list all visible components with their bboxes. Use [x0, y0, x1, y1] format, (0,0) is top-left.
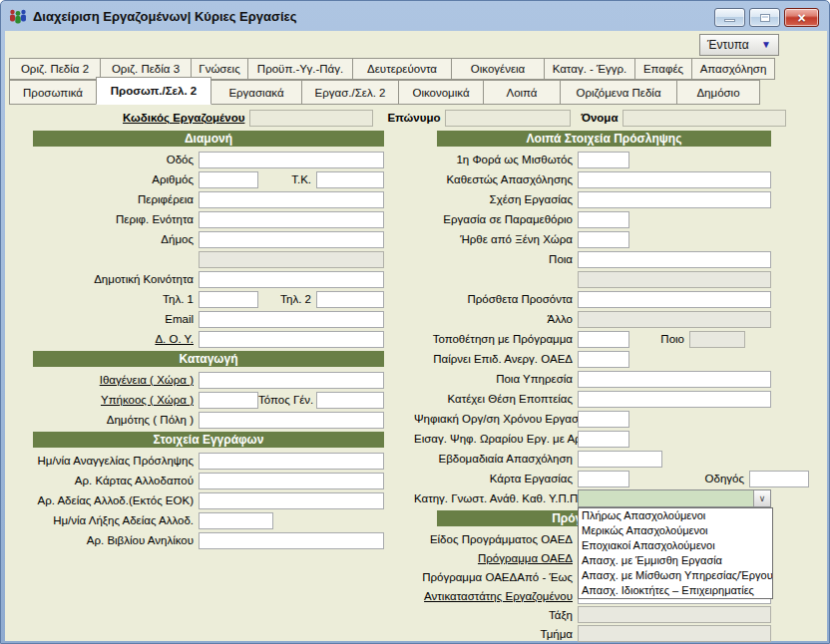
birthplace-input[interactable]: [316, 392, 384, 409]
close-button[interactable]: ×: [784, 8, 819, 27]
form-panel: Έντυπα ▼ Οριζ. Πεδία 2 Οριζ. Πεδία 3 Γνώ…: [5, 31, 827, 641]
alien-card-no-input[interactable]: [199, 473, 384, 489]
origin-section-header: Καταγωγή: [33, 351, 384, 367]
supervisory-position-label: Κατέχει Θέση Εποπτείας: [414, 393, 578, 405]
work-card-input[interactable]: [578, 471, 629, 487]
number-label: Αριθμός: [27, 173, 199, 185]
driver-input[interactable]: [749, 471, 809, 487]
tab-loipa[interactable]: Λοιπά: [483, 80, 561, 105]
first-time-salaried-input[interactable]: [578, 152, 629, 168]
tab-ergasiaka[interactable]: Εργασιακά: [210, 80, 302, 105]
alien-permit-expiry-input[interactable]: [199, 512, 273, 529]
nationality-input[interactable]: [199, 392, 258, 409]
work-relation-input[interactable]: [578, 191, 771, 208]
border-area-work-label: Εργασία σε Παραμεθόριο: [414, 213, 578, 225]
oaed-from-to-label: Πρόγραμμα ΟΑΕΔΑπό - Έως: [414, 571, 578, 583]
citizenship-label[interactable]: Ιθαγένεια ( Χώρα ): [27, 374, 199, 386]
citizenship-input[interactable]: [199, 372, 384, 389]
alien-permit-no-input[interactable]: [199, 492, 384, 509]
department-label: Τμήμα: [414, 628, 578, 640]
tab-oriz-pedia-2[interactable]: Οριζ. Πεδία 2: [9, 58, 101, 80]
tab-oikogeneia[interactable]: Οικογένεια: [451, 58, 545, 80]
extra-qualifications-label: Πρόσθετα Προσόντα: [414, 293, 578, 305]
tab-orizomena-pedia[interactable]: Οριζόμενα Πεδία: [560, 80, 677, 105]
employment-status-input[interactable]: [578, 171, 771, 188]
street-input[interactable]: [199, 152, 384, 168]
oaed-unemployment-benefit-input[interactable]: [578, 351, 629, 368]
first-time-salaried-label: 1η Φορά ως Μισθωτός: [414, 154, 578, 165]
maximize-button[interactable]: [749, 8, 780, 27]
which-country-input[interactable]: [578, 251, 771, 268]
municipality-label: Δήμος: [27, 233, 199, 245]
vppa-category-combobox[interactable]: ∨: [578, 489, 771, 507]
digital-schedule-import-input[interactable]: [578, 431, 629, 448]
postal-code-input[interactable]: [316, 171, 384, 188]
dropdown-item-part-time[interactable]: Μερικώς Απασχολούμενοι: [579, 523, 772, 538]
region-input[interactable]: [199, 191, 384, 208]
email-input[interactable]: [199, 311, 384, 328]
municipality-input[interactable]: [199, 231, 384, 248]
dropdown-item-salaried[interactable]: Απασχ. με Έμμισθη Εργασία: [579, 553, 772, 568]
forms-dropdown-button[interactable]: Έντυπα ▼: [699, 34, 779, 56]
tab-apascholisi[interactable]: Απασχόληση: [691, 58, 775, 80]
hire-notice-date-input[interactable]: [199, 453, 384, 470]
tax-office-label[interactable]: Δ. Ο. Υ.: [27, 333, 199, 345]
regional-unit-label: Περιφ. Ενότητα: [27, 213, 199, 225]
came-from-abroad-input[interactable]: [578, 231, 629, 248]
border-area-work-input[interactable]: [578, 211, 629, 228]
surname-input[interactable]: [445, 110, 571, 127]
which-program-input: [689, 331, 745, 348]
hiring-section-header: Λοιπά Στοιχεία Πρόσληψης: [437, 131, 771, 147]
tab-oikonomika[interactable]: Οικονομικά: [398, 80, 484, 105]
tab-prosopika[interactable]: Προσωπικά: [9, 80, 97, 105]
dropdown-item-owners[interactable]: Απασχ. Ιδιοκτήτες – Επιχειρηματίες: [579, 583, 772, 598]
region-label: Περιφέρεια: [27, 193, 199, 205]
residence-section-header: Διαμονή: [33, 131, 384, 147]
other-input: [578, 311, 771, 328]
tab-dimosio[interactable]: Δημόσιο: [676, 80, 760, 105]
oaed-program-label[interactable]: Πρόγραμμα ΟΑΕΔ: [414, 552, 578, 564]
employee-code-label[interactable]: Κωδικός Εργαζομένου: [123, 112, 249, 124]
minor-book-no-input[interactable]: [199, 532, 384, 549]
which-country-readonly-input: [578, 271, 771, 288]
regional-unit-input[interactable]: [199, 211, 384, 228]
number-input[interactable]: [199, 171, 258, 188]
title-bar[interactable]: Διαχείριση Εργαζομένων| Κύριες Εργασίες: [1, 1, 829, 31]
digital-work-time-org-label: Ψηφιακή Οργ/ση Χρόνου Εργασίας: [414, 413, 578, 425]
phone1-input[interactable]: [199, 291, 258, 308]
tab-katag-eggr[interactable]: Καταγ. - Έγγρ.: [544, 58, 635, 80]
nationality-label[interactable]: Υπήκοος ( Χώρα ): [27, 394, 199, 406]
tab-epafes[interactable]: Επαφές: [634, 58, 692, 80]
program-placement-input[interactable]: [578, 331, 629, 348]
extra-qualifications-input[interactable]: [578, 291, 771, 308]
tab-prosop-sel-2[interactable]: Προσωπ./Σελ. 2: [96, 77, 211, 105]
tax-office-input[interactable]: [199, 331, 384, 348]
dropdown-item-service-lease[interactable]: Απασχ. με Μίσθωση Υπηρεσίας/Έργου: [579, 568, 772, 583]
first-name-input[interactable]: [622, 110, 786, 127]
which-country-label: Ποια: [414, 253, 578, 265]
employee-code-input[interactable]: [249, 110, 373, 127]
supervisory-position-input[interactable]: [578, 391, 771, 408]
municipal-community-input[interactable]: [199, 271, 384, 288]
citizen-city-input[interactable]: [199, 412, 384, 429]
phone2-input[interactable]: [316, 291, 384, 308]
tab-strip-lower: Προσωπικά Προσωπ./Σελ. 2 Εργασιακά Εργασ…: [9, 80, 759, 105]
employee-replacement-label[interactable]: Αντικαταστάτης Εργαζομένου: [414, 590, 578, 602]
combo-dropdown-icon[interactable]: ∨: [753, 490, 770, 506]
digital-work-time-org-input[interactable]: [578, 411, 629, 428]
dropdown-item-full-time[interactable]: Πλήρως Απασχολούμενοι: [579, 508, 772, 523]
department-input: [578, 625, 771, 642]
tab-proyp-yg-pag[interactable]: Προϋπ.-Υγ.-Πάγ.: [247, 58, 353, 80]
weekly-employment-input[interactable]: [578, 451, 662, 468]
tab-ergas-sel-2[interactable]: Εργασ./Σελ. 2: [301, 80, 399, 105]
dropdown-item-seasonal[interactable]: Εποχιακοί Απασχολούμενοι: [579, 538, 772, 553]
work-relation-label: Σχέση Εργασίας: [414, 193, 578, 205]
other-label: Άλλο: [414, 313, 578, 325]
which-service-input[interactable]: [578, 371, 771, 388]
citizen-city-label: Δημότης ( Πόλη ): [27, 414, 199, 426]
tab-deuterevonta[interactable]: Δευτερεύοντα: [352, 58, 452, 80]
minimize-button[interactable]: [714, 8, 745, 27]
documents-section-header: Στοιχεία Εγγράφων: [33, 432, 384, 448]
vppa-category-dropdown-list: Πλήρως Απασχολούμενοι Μερικώς Απασχολούμ…: [578, 507, 773, 599]
postal-code-label: Τ.Κ.: [258, 173, 316, 185]
